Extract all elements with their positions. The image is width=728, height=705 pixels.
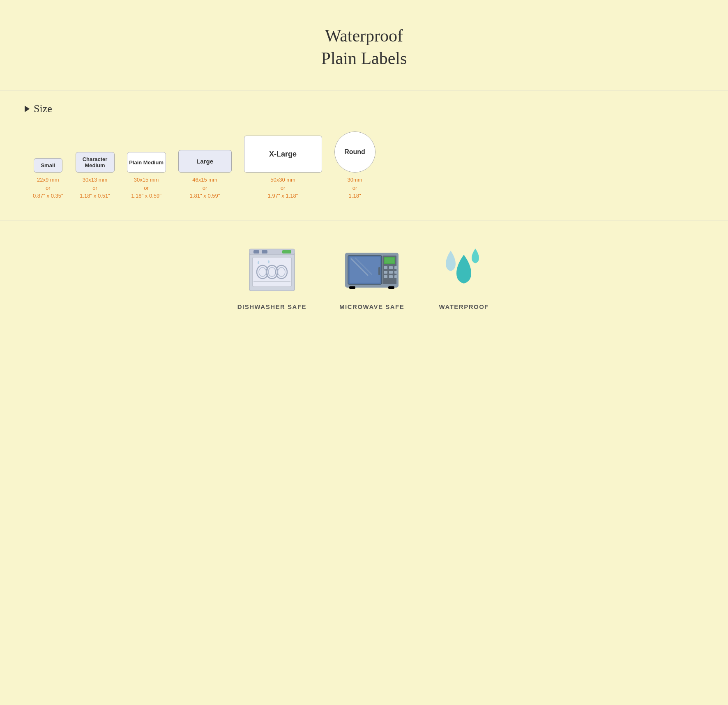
page-title: Waterproof Plain Labels: [321, 25, 407, 69]
size-option-round[interactable]: Round 30mm or 1.18": [334, 131, 376, 200]
size-option-plain-medium[interactable]: Plain Medium 30x15 mm or 1.18" x 0.59": [127, 152, 166, 200]
expand-icon[interactable]: [25, 106, 30, 112]
size-box-round: Round: [334, 131, 376, 173]
size-box-large: Large: [178, 150, 232, 173]
size-box-xlarge: X-Large: [244, 136, 322, 173]
size-dims-small: 22x9 mm or 0.87" x 0.35": [33, 176, 63, 200]
svg-rect-32: [388, 286, 394, 289]
size-dims-plain-medium: 30x15 mm or 1.18" x 0.59": [131, 176, 161, 200]
size-option-xlarge[interactable]: X-Large 50x30 mm or 1.97" x 1.18": [244, 136, 322, 200]
microwave-label: MICROWAVE SAFE: [339, 303, 404, 310]
size-option-large[interactable]: Large 46x15 mm or 1.81" x 0.59": [178, 150, 232, 200]
waterproof-label: WATERPROOF: [439, 303, 489, 310]
size-option-small[interactable]: Small 22x9 mm or 0.87" x 0.35": [33, 158, 63, 200]
svg-rect-25: [384, 271, 387, 274]
size-box-small: Small: [34, 158, 62, 173]
size-dims-xlarge: 50x30 mm or 1.97" x 1.18": [268, 176, 298, 200]
size-box-plain-medium: Plain Medium: [127, 152, 166, 173]
feature-dishwasher: DISHWASHER SAFE: [237, 246, 306, 310]
size-header: Size: [25, 103, 703, 115]
size-dims-large: 46x15 mm or 1.81" x 0.59": [190, 176, 220, 200]
features-row: DISHWASHER SAFE: [237, 246, 491, 310]
svg-rect-27: [394, 271, 397, 274]
svg-rect-29: [389, 275, 393, 278]
svg-rect-18: [378, 267, 380, 275]
svg-rect-28: [384, 275, 387, 278]
svg-rect-3: [253, 250, 259, 253]
microwave-icon: [345, 246, 399, 295]
size-box-character-medium: Character Medium: [76, 152, 115, 173]
size-section-title: Size: [34, 103, 52, 115]
size-dims-round: 30mm or 1.18": [348, 176, 362, 200]
features-section: DISHWASHER SAFE: [0, 221, 728, 335]
feature-waterproof: WATERPROOF: [437, 246, 491, 310]
svg-rect-26: [389, 271, 393, 274]
size-option-character-medium[interactable]: Character Medium 30x13 mm or 1.18" x 0.5…: [76, 152, 115, 200]
dishwasher-icon: [245, 246, 299, 295]
waterproof-drops-icon: [437, 246, 491, 295]
svg-rect-31: [349, 286, 355, 289]
svg-rect-24: [394, 266, 397, 269]
svg-rect-21: [385, 258, 394, 263]
size-section: Size Small 22x9 mm or 0.87" x 0.35" Char…: [0, 90, 728, 221]
feature-microwave: MICROWAVE SAFE: [339, 246, 404, 310]
svg-rect-5: [282, 250, 291, 253]
dishwasher-label: DISHWASHER SAFE: [237, 303, 306, 310]
svg-rect-23: [389, 266, 393, 269]
svg-rect-4: [262, 250, 267, 253]
size-dims-character-medium: 30x13 mm or 1.18" x 0.51": [80, 176, 110, 200]
svg-rect-22: [384, 266, 387, 269]
header-section: Waterproof Plain Labels: [0, 0, 728, 90]
size-options-row: Small 22x9 mm or 0.87" x 0.35" Character…: [25, 131, 703, 200]
svg-rect-30: [394, 275, 397, 278]
